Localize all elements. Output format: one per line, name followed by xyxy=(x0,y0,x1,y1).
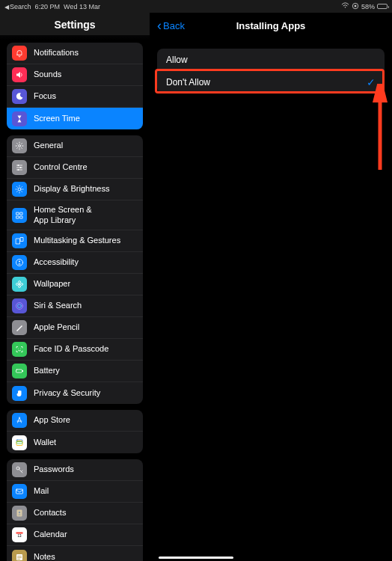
sidebar-item-label: Mail xyxy=(34,486,49,496)
sidebar-item-general[interactable]: General xyxy=(7,135,143,157)
sidebar-item-label: Notes xyxy=(34,552,55,561)
sidebar-item-battery[interactable]: Battery xyxy=(7,361,143,382)
grid-icon xyxy=(12,208,27,223)
battery-pct: 58% xyxy=(361,3,375,10)
sidebar-item-calendar[interactable]: 13Calendar xyxy=(7,524,143,546)
svg-point-18 xyxy=(19,261,20,263)
svg-point-25 xyxy=(18,304,22,308)
sun-icon xyxy=(12,182,27,197)
sidebar-item-apple-pencil[interactable]: Apple Pencil xyxy=(7,317,143,339)
option-label: Don't Allow xyxy=(166,77,210,88)
svg-point-17 xyxy=(16,260,23,266)
sidebar-title: Settings xyxy=(0,13,150,35)
svg-rect-2 xyxy=(355,4,357,7)
option-dont-allow[interactable]: Don't Allow✓ xyxy=(157,71,385,94)
svg-rect-11 xyxy=(16,212,19,215)
settings-sidebar: Settings NotificationsSoundsFocusScreen … xyxy=(0,13,150,561)
battery-icon xyxy=(377,4,388,9)
sidebar-item-label: Face ID & Passcode xyxy=(34,344,108,354)
sidebar-item-label: Siri & Search xyxy=(34,301,82,310)
svg-point-3 xyxy=(19,145,21,147)
svg-rect-28 xyxy=(16,370,22,373)
sidebar-item-label: Apple Pencil xyxy=(34,322,79,332)
back-button[interactable]: ‹ Back xyxy=(157,19,185,32)
rotation-lock-icon xyxy=(352,2,359,11)
sidebar-item-privacy[interactable]: Privacy & Security xyxy=(7,382,143,404)
sidebar-item-faceid[interactable]: Face ID & Passcode xyxy=(7,339,143,361)
sidebar-item-sounds[interactable]: Sounds xyxy=(7,64,143,86)
sidebar-item-wallet[interactable]: Wallet xyxy=(7,432,143,453)
pencil-icon xyxy=(12,320,27,335)
wallet-icon xyxy=(12,435,27,450)
svg-point-19 xyxy=(19,283,20,285)
svg-rect-29 xyxy=(22,370,23,372)
siri-icon xyxy=(12,298,27,313)
svg-rect-16 xyxy=(21,238,24,242)
calendar-icon: 13 xyxy=(12,527,27,542)
sidebar-item-label: Focus xyxy=(34,91,56,101)
option-allow[interactable]: Allow xyxy=(157,49,385,71)
status-time: 6:20 PM xyxy=(35,3,61,10)
sidebar-item-app-store[interactable]: App Store xyxy=(7,410,143,432)
multitask-icon xyxy=(12,233,27,248)
sidebar-item-notes[interactable]: Notes xyxy=(7,546,143,561)
sidebar-item-wallpaper[interactable]: Wallpaper xyxy=(7,274,143,295)
sidebar-item-label: Wallet xyxy=(34,438,56,447)
sidebar-item-label: App Store xyxy=(34,415,70,425)
svg-rect-34 xyxy=(16,489,23,494)
sidebar-item-mail[interactable]: Mail xyxy=(7,481,143,503)
svg-rect-15 xyxy=(16,239,20,244)
sidebar-item-label: Screen Time xyxy=(34,114,80,123)
status-date: Wed 13 Mar xyxy=(64,3,100,10)
svg-text:13: 13 xyxy=(17,534,22,538)
svg-point-20 xyxy=(19,281,21,283)
svg-rect-14 xyxy=(20,216,22,218)
svg-point-23 xyxy=(21,283,23,286)
detail-title: Installing Apps xyxy=(150,20,392,31)
speaker-icon xyxy=(12,67,27,82)
svg-point-22 xyxy=(16,283,19,286)
sidebar-group-g2: GeneralControl CentreDisplay & Brightnes… xyxy=(7,135,143,404)
person-icon xyxy=(12,255,27,270)
sidebar-item-label: Battery xyxy=(34,366,60,375)
breadcrumb-back[interactable]: ◀Search xyxy=(4,3,31,10)
flower-icon xyxy=(12,277,27,292)
svg-point-9 xyxy=(18,169,19,171)
svg-point-8 xyxy=(20,167,22,168)
sidebar-item-focus[interactable]: Focus xyxy=(7,86,143,108)
sidebar-item-home-screen[interactable]: Home Screen &App Library xyxy=(7,200,143,230)
detail-navbar: ‹ Back Installing Apps xyxy=(150,13,392,38)
svg-rect-12 xyxy=(20,212,22,215)
sidebar-item-contacts[interactable]: Contacts xyxy=(7,503,143,524)
svg-point-10 xyxy=(18,188,21,191)
sidebar-item-passwords[interactable]: Passwords xyxy=(7,459,143,481)
sidebar-item-control-centre[interactable]: Control Centre xyxy=(7,157,143,179)
sidebar-item-notifications[interactable]: Notifications xyxy=(7,43,143,64)
sidebar-item-label: Calendar xyxy=(34,530,67,539)
sidebar-item-label: Passwords xyxy=(34,465,74,474)
sidebar-item-label: General xyxy=(34,141,63,150)
home-indicator[interactable] xyxy=(159,557,233,559)
hourglass-icon xyxy=(12,111,27,126)
hand-icon xyxy=(12,386,27,401)
sidebar-item-label: Wallpaper xyxy=(34,279,70,289)
moon-icon xyxy=(12,89,27,104)
contacts-icon xyxy=(12,506,27,521)
sidebar-item-label: Home Screen &App Library xyxy=(34,205,92,224)
svg-rect-38 xyxy=(16,533,23,534)
sidebar-item-accessibility[interactable]: Accessibility xyxy=(7,252,143,274)
back-label: Back xyxy=(163,20,185,31)
key-icon xyxy=(12,462,27,477)
checkmark-icon: ✓ xyxy=(367,76,376,88)
svg-point-26 xyxy=(18,349,19,349)
sidebar-item-siri-search[interactable]: Siri & Search xyxy=(7,295,143,317)
svg-point-7 xyxy=(18,165,19,166)
options-group: AllowDon't Allow✓ xyxy=(157,49,385,94)
annotation-arrow xyxy=(369,84,391,174)
sidebar-item-display-brightness[interactable]: Display & Brightness xyxy=(7,179,143,200)
sidebar-item-screen-time[interactable]: Screen Time xyxy=(7,108,143,129)
sidebar-item-label: Sounds xyxy=(34,70,61,79)
status-bar: ◀Search 6:20 PM Wed 13 Mar 58% xyxy=(0,0,392,13)
sidebar-item-multitasking[interactable]: Multitasking & Gestures xyxy=(7,230,143,252)
svg-point-27 xyxy=(20,349,21,349)
